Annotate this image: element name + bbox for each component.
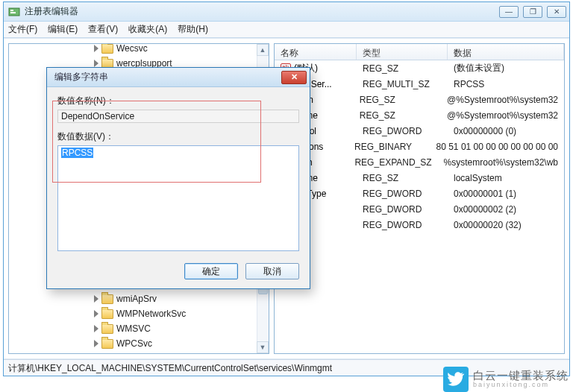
expand-icon[interactable]: [93, 60, 100, 67]
ok-button[interactable]: 确定: [184, 263, 238, 279]
tree-item[interactable]: wmiApSrv: [9, 291, 269, 306]
value-row[interactable]: dOnSer...REG_MULTI_SZRPCSS: [275, 76, 564, 92]
tree-item[interactable]: WMSVC: [9, 321, 269, 336]
watermark-text: 白云一键重装系统: [473, 370, 569, 382]
tree-scroll-up[interactable]: ▲: [257, 44, 269, 56]
folder-icon: [101, 324, 113, 334]
folder-icon: [101, 309, 113, 319]
value-type: REG_MULTI_SZ: [357, 79, 448, 89]
list-pane: 名称 类型 数据 (默认)REG_SZ(数值未设置)dOnSer...REG_M…: [274, 43, 565, 354]
value-row[interactable]: ActionsREG_BINARY80 51 01 00 00 00 00 00…: [275, 139, 564, 154]
value-data-label: 数值数据(V)：: [57, 130, 299, 143]
column-type[interactable]: 类型: [357, 44, 448, 60]
value-row[interactable]: SidTypeREG_DWORD0x00000001 (1): [275, 186, 564, 201]
value-data: 0x00000002 (2): [448, 204, 564, 215]
tree-label: WPCSvc: [116, 338, 152, 349]
maximize-button[interactable]: ❐: [523, 6, 542, 18]
menubar: 文件(F) 编辑(E) 查看(V) 收藏夹(A) 帮助(H): [4, 22, 569, 38]
value-type: REG_SZ: [354, 95, 441, 105]
watermark: 白云一键重装系统 baiyunxitong.com: [443, 367, 569, 392]
value-data: RPCSS: [448, 79, 564, 89]
value-row[interactable]: ptionREG_SZ@%Systemroot%\system32: [275, 92, 564, 107]
svg-rect-1: [10, 10, 13, 11]
value-data: 0x00000020 (32): [448, 220, 564, 230]
expand-icon[interactable]: [93, 310, 100, 317]
close-button[interactable]: ✕: [547, 6, 566, 18]
value-data: 80 51 01 00 00 00 00 00 00 00: [430, 142, 564, 152]
tree-label: WMSVC: [116, 323, 151, 334]
svg-rect-2: [10, 12, 16, 13]
menu-favorites[interactable]: 收藏夹(A): [128, 23, 167, 36]
value-type: REG_EXPAND_SZ: [348, 157, 437, 168]
minimize-button[interactable]: —: [499, 6, 519, 18]
app-icon: [8, 6, 20, 18]
value-type: REG_SZ: [354, 110, 441, 121]
value-data: %systemroot%\system32\wb: [438, 157, 564, 168]
tree-item[interactable]: Wecsvc: [9, 43, 269, 56]
value-data-text: RPCSS: [61, 148, 93, 158]
cancel-button[interactable]: 取消: [245, 263, 299, 279]
value-data: @%Systemroot%\system32: [441, 95, 564, 105]
tree-item[interactable]: WMPNetworkSvc: [9, 306, 269, 321]
dialog-close-button[interactable]: ✕: [281, 71, 307, 84]
folder-icon: [101, 339, 113, 349]
value-row[interactable]: (默认)REG_SZ(数值未设置): [275, 60, 564, 76]
titlebar[interactable]: 注册表编辑器 — ❐ ✕: [4, 2, 569, 22]
value-row[interactable]: REG_DWORD0x00000020 (32): [275, 217, 564, 233]
value-data: (数值未设置): [448, 62, 564, 75]
folder-icon: [101, 44, 113, 54]
window-title: 注册表编辑器: [25, 5, 499, 18]
value-data: @%Systemroot%\system32: [441, 110, 564, 121]
value-type: REG_SZ: [357, 173, 448, 183]
tree-item[interactable]: WPCSvc: [9, 336, 269, 351]
value-data: 0x00000001 (1): [448, 189, 564, 199]
edit-multistring-dialog: 编辑多字符串 ✕ 数值名称(N)： DependOnService 数值数据(V…: [46, 67, 310, 289]
value-row[interactable]: REG_DWORD0x00000002 (2): [275, 201, 564, 217]
value-data-textarea[interactable]: RPCSS: [57, 145, 299, 251]
expand-icon[interactable]: [93, 45, 100, 52]
expand-icon[interactable]: [93, 340, 100, 347]
value-row[interactable]: PathREG_EXPAND_SZ%systemroot%\system32\w…: [275, 154, 564, 170]
menu-edit[interactable]: 编辑(E): [48, 23, 78, 36]
expand-icon[interactable]: [93, 295, 100, 303]
watermark-bird-icon: [443, 367, 469, 392]
menu-view[interactable]: 查看(V): [88, 23, 118, 36]
tree-scroll-down[interactable]: ▼: [257, 341, 269, 353]
menu-help[interactable]: 帮助(H): [178, 23, 208, 36]
menu-file[interactable]: 文件(F): [8, 23, 37, 36]
tree-label: Wecsvc: [116, 43, 148, 54]
column-name[interactable]: 名称: [275, 44, 357, 60]
column-data[interactable]: 数据: [448, 44, 564, 60]
value-data: 0x00000000 (0): [448, 126, 564, 136]
value-name-field: DependOnService: [57, 110, 299, 123]
list-body: (默认)REG_SZ(数值未设置)dOnSer...REG_MULTI_SZRP…: [275, 60, 564, 353]
value-type: REG_SZ: [357, 63, 448, 74]
value-row[interactable]: NameREG_SZ@%Systemroot%\system32: [275, 107, 564, 123]
tree-label: wmiApSrv: [116, 294, 157, 304]
expand-icon[interactable]: [93, 325, 100, 332]
dialog-titlebar[interactable]: 编辑多字符串 ✕: [47, 68, 310, 87]
value-row[interactable]: NameREG_SZlocalSystem: [275, 170, 564, 186]
value-row[interactable]: ontrolREG_DWORD0x00000000 (0): [275, 123, 564, 139]
watermark-url: baiyunxitong.com: [473, 382, 569, 389]
value-type: REG_BINARY: [348, 142, 430, 152]
dialog-title: 编辑多字符串: [54, 71, 281, 83]
value-type: REG_DWORD: [357, 189, 448, 199]
value-type: REG_DWORD: [357, 204, 448, 215]
value-type: REG_DWORD: [357, 126, 448, 136]
folder-icon: [101, 294, 113, 304]
value-data: localSystem: [448, 173, 564, 183]
list-header: 名称 类型 数据: [275, 44, 564, 60]
value-name-label: 数值名称(N)：: [57, 95, 299, 107]
value-type: REG_DWORD: [357, 220, 448, 230]
tree-label: WMPNetworkSvc: [116, 309, 186, 319]
